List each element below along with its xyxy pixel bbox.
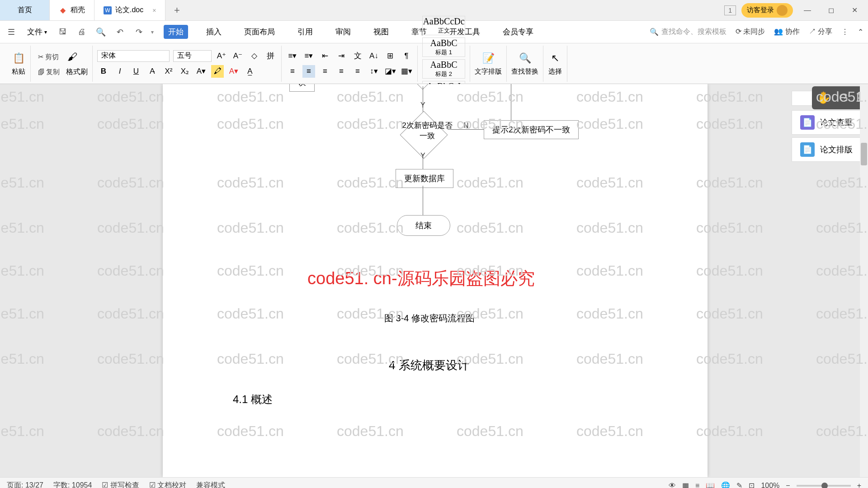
view-outline[interactable]: ≡ [695, 482, 699, 488]
subscript[interactable]: X₂ [179, 65, 191, 78]
print-icon[interactable]: 🖨 [75, 25, 89, 39]
text-effect[interactable]: A▾ [195, 65, 208, 78]
tab-add-button[interactable]: + [165, 0, 188, 20]
fit-icon[interactable]: ⊡ [749, 481, 755, 488]
search-input[interactable]: 🔍查找命令、搜索模板 [650, 27, 726, 37]
plagiarism-check[interactable]: 📄论文查重 [792, 110, 861, 135]
view-web[interactable]: 🌐 [721, 481, 730, 488]
collapse-ribbon[interactable]: ⌃ [858, 28, 863, 36]
outdent[interactable]: ⇤ [319, 50, 331, 62]
style-h1[interactable]: AaBbC标题 1 [422, 38, 465, 57]
font-select[interactable] [97, 50, 170, 62]
redo-icon[interactable]: ↷ [132, 25, 146, 39]
grow-font[interactable]: A⁺ [215, 50, 228, 62]
compat-mode: 兼容模式 [196, 481, 225, 488]
view-read[interactable]: 📖 [706, 481, 715, 488]
save-icon[interactable]: 🖫 [56, 25, 70, 39]
guest-login-button[interactable]: 访客登录 [741, 3, 793, 18]
paper-format[interactable]: 📄论文排版 [792, 137, 861, 162]
spell-check[interactable]: ☑ 拼写检查 [102, 481, 139, 488]
bullets[interactable]: ≡▾ [286, 50, 299, 62]
tab-docshell[interactable]: ◆稻壳 [50, 0, 94, 20]
sync-button[interactable]: ⟳ 未同步 [736, 27, 765, 37]
align-left[interactable]: ≡ [286, 65, 299, 78]
clear-format[interactable]: ◇ [248, 50, 260, 62]
collab-button[interactable]: 👥 协作 [774, 27, 799, 37]
find-replace[interactable]: 🔍查找替换 [511, 51, 538, 76]
menu-review[interactable]: 审阅 [331, 25, 355, 39]
word-count[interactable]: 字数: 10954 [53, 481, 92, 488]
tab-home[interactable]: 首页 [0, 0, 50, 20]
menu-vip[interactable]: 会员专享 [498, 25, 538, 39]
pen-icon[interactable]: ✎ [736, 481, 742, 488]
eye-icon[interactable]: 👁 [669, 482, 676, 488]
proofread[interactable]: ☑ 文档校对 [149, 481, 186, 488]
zoom-slider[interactable] [797, 485, 851, 487]
align-justify[interactable]: ≡ [335, 65, 348, 78]
shrink-font[interactable]: A⁻ [231, 50, 244, 62]
bold-button[interactable]: B [97, 65, 110, 78]
preview-icon[interactable]: 🔍 [94, 25, 108, 39]
hand-icon[interactable]: ✋ [816, 91, 831, 105]
sort[interactable]: A↓ [368, 50, 380, 62]
superscript[interactable]: X² [162, 65, 175, 78]
size-select[interactable] [173, 50, 212, 62]
asian-layout[interactable]: 文 [351, 50, 364, 62]
page-indicator[interactable]: 页面: 13/27 [7, 481, 43, 488]
view-page[interactable]: ▦ [682, 481, 689, 488]
align-right[interactable]: ≡ [319, 65, 331, 78]
menu-ref[interactable]: 引用 [293, 25, 317, 39]
copy-button[interactable]: 🗐 复制 [35, 67, 62, 77]
select-button[interactable]: ↖选择 [548, 51, 562, 76]
char-border[interactable]: A̲ [244, 65, 256, 78]
share-button[interactable]: ↗ 分享 [809, 27, 832, 37]
underline-button[interactable]: U [130, 65, 142, 78]
shading[interactable]: ◪▾ [384, 65, 396, 78]
align-center[interactable]: ≡ [302, 65, 315, 78]
g-icon[interactable]: G [839, 91, 848, 105]
align-dist[interactable]: ≡ [351, 65, 364, 78]
menu-insert[interactable]: 插入 [202, 25, 226, 39]
maximize-button[interactable]: ◻ [822, 0, 840, 21]
paste-button[interactable]: 📋粘贴 [11, 51, 26, 76]
zoom-in[interactable]: + [857, 482, 861, 488]
menu-view[interactable]: 视图 [369, 25, 393, 39]
scroll-thumb[interactable] [861, 143, 867, 165]
cut-button[interactable]: ✂ 剪切 [35, 52, 61, 62]
numbering[interactable]: ≡▾ [302, 50, 315, 62]
tabs-btn[interactable]: ⊞ [384, 50, 396, 62]
more-menu[interactable]: ⋮ [841, 28, 849, 36]
font-color[interactable]: A▾ [227, 65, 240, 78]
text-arrange[interactable]: 📝文字排版 [475, 51, 502, 76]
tab-count-badge[interactable]: 1 [724, 5, 736, 15]
close-button[interactable]: ✕ [845, 0, 863, 21]
line-spacing[interactable]: ↕▾ [368, 65, 380, 78]
indent[interactable]: ⇥ [335, 50, 348, 62]
zoom-level[interactable]: 100% [761, 482, 779, 488]
zoom-out[interactable]: − [786, 482, 790, 488]
check-icon: 📄 [800, 115, 815, 130]
close-icon[interactable]: × [152, 7, 156, 14]
file-menu[interactable]: 文件 ▾ [24, 27, 51, 37]
highlight[interactable]: 🖍 [211, 65, 224, 78]
show-marks[interactable]: ¶ [400, 50, 413, 62]
cursor-icon: ↖ [548, 51, 562, 66]
section-heading: 4 系统概要设计 [389, 357, 469, 373]
vertical-scrollbar[interactable] [860, 84, 868, 477]
hamburger-icon[interactable]: ☰ [5, 25, 18, 39]
strike-button[interactable]: A̵ [146, 65, 159, 78]
italic-button[interactable]: I [113, 65, 126, 78]
style-body[interactable]: AaBbCcDc正文 [422, 16, 465, 35]
undo-icon[interactable]: ↶ [113, 25, 127, 39]
menu-start[interactable]: 开始 [164, 25, 188, 39]
phonetic[interactable]: 拼 [264, 50, 277, 62]
tab-document[interactable]: W论文.doc× [94, 0, 165, 20]
minimize-button[interactable]: — [798, 0, 816, 21]
format-painter[interactable]: 🖌 [65, 50, 80, 64]
document-page[interactable]: 误 正确 N Y 2次新密码是否一致 提示2次新密码不一致 N Y 更新数据库 … [163, 84, 708, 477]
borders[interactable]: ▦▾ [400, 65, 413, 78]
style-h2[interactable]: AaBbC标题 2 [422, 59, 465, 79]
fc-mismatch-box: 提示2次新密码不一致 [484, 120, 579, 139]
menu-layout[interactable]: 页面布局 [240, 25, 279, 39]
fc-end-terminal: 结束 [397, 215, 450, 236]
